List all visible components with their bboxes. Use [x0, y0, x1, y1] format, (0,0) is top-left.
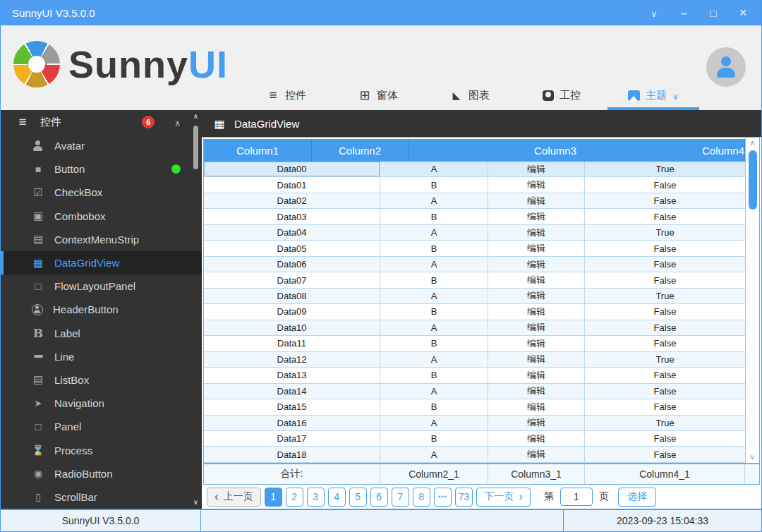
table-row[interactable]: Data12 A 编辑 True [204, 352, 745, 368]
sidebar-item[interactable]: Avatar [1, 134, 202, 157]
table-cell[interactable]: Data14 [204, 384, 380, 399]
table-row[interactable]: Data05 B 编辑 False [204, 241, 745, 256]
table-cell[interactable]: Data16 [204, 416, 380, 430]
nav-tab[interactable]: 图表 [424, 83, 516, 110]
page-button[interactable]: 4 [328, 488, 346, 507]
table-cell[interactable]: Data12 [204, 352, 380, 367]
sidebar-scroll-up-icon[interactable] [193, 111, 198, 121]
page-button[interactable]: ••• [434, 488, 452, 507]
table-cell[interactable]: 编辑 [488, 209, 585, 224]
table-cell[interactable]: False [585, 241, 745, 255]
page-button[interactable]: 3 [307, 488, 325, 507]
table-cell[interactable]: 编辑 [488, 257, 585, 272]
column-header[interactable]: Column2 [312, 139, 409, 162]
sidebar-item[interactable]: Process [1, 438, 202, 461]
column-header[interactable]: Column3 [409, 139, 702, 162]
table-cell[interactable]: 编辑 [488, 431, 585, 446]
table-cell[interactable]: 编辑 [488, 320, 585, 335]
page-button[interactable]: 1 [265, 488, 282, 507]
sidebar-item[interactable]: Line [1, 345, 202, 368]
table-cell[interactable]: 编辑 [488, 368, 585, 382]
table-cell[interactable]: A [380, 193, 488, 208]
table-row[interactable]: Data17 B 编辑 False [204, 431, 745, 447]
table-cell[interactable]: 编辑 [488, 416, 585, 430]
grid-scroll-up-icon[interactable] [750, 138, 755, 149]
table-cell[interactable]: B [380, 304, 488, 319]
table-cell[interactable]: A [380, 447, 488, 461]
table-cell[interactable]: False [585, 257, 745, 272]
table-row[interactable]: Data11 B 编辑 False [204, 336, 745, 351]
table-cell[interactable]: B [380, 241, 488, 255]
table-cell[interactable]: 编辑 [488, 304, 585, 319]
table-row[interactable]: Data14 A 编辑 False [204, 384, 745, 399]
table-cell[interactable]: Data10 [204, 320, 380, 335]
titlebar-chevron-down-icon[interactable] [647, 7, 661, 19]
table-row[interactable]: Data02 A 编辑 False [204, 193, 745, 209]
collapse-chevron-icon[interactable] [174, 116, 181, 128]
close-icon[interactable] [736, 5, 750, 20]
table-cell[interactable]: False [585, 272, 745, 287]
table-cell[interactable]: B [380, 272, 488, 287]
table-cell[interactable]: Data17 [204, 431, 380, 446]
table-cell[interactable]: False [585, 447, 745, 461]
table-cell[interactable]: False [585, 399, 745, 414]
table-cell[interactable]: False [585, 177, 745, 192]
table-cell[interactable]: B [380, 368, 488, 382]
table-cell[interactable]: True [585, 352, 745, 367]
table-cell[interactable]: False [585, 193, 745, 208]
table-cell[interactable]: Data18 [204, 447, 380, 461]
table-row[interactable]: Data15 B 编辑 False [204, 399, 745, 415]
table-cell[interactable]: 编辑 [488, 225, 585, 240]
table-row[interactable]: Data18 A 编辑 False [204, 447, 745, 462]
table-cell[interactable]: Data01 [204, 177, 380, 192]
table-cell[interactable]: 编辑 [488, 336, 585, 351]
table-cell[interactable]: True [585, 162, 745, 176]
page-number-input[interactable] [560, 488, 593, 506]
sidebar-item[interactable]: FlowLayoutPanel [1, 274, 202, 298]
sidebar-item[interactable]: RadioButton [1, 462, 202, 485]
table-cell[interactable]: A [380, 352, 488, 367]
table-row[interactable]: Data03 B 编辑 False [204, 209, 745, 224]
sidebar-item[interactable]: Button [1, 157, 202, 181]
nav-tab[interactable]: 控件 [241, 83, 332, 110]
table-cell[interactable]: B [380, 431, 488, 446]
table-cell[interactable]: B [380, 399, 488, 414]
table-cell[interactable]: B [380, 177, 488, 192]
user-avatar[interactable] [706, 47, 746, 87]
table-cell[interactable]: False [585, 209, 745, 224]
select-page-button[interactable]: 选择 [618, 488, 656, 507]
page-button[interactable]: 6 [370, 488, 388, 507]
sidebar-item[interactable]: ContextMenuStrip [1, 228, 202, 251]
sidebar-item[interactable]: Navigation [1, 392, 202, 415]
table-cell[interactable]: A [380, 320, 488, 335]
table-row[interactable]: Data07 B 编辑 False [204, 272, 745, 288]
table-cell[interactable]: 编辑 [488, 162, 585, 176]
table-cell[interactable]: Data02 [204, 193, 380, 208]
sidebar-item[interactable]: ListBox [1, 368, 202, 392]
sidebar-scroll-down-icon[interactable] [193, 497, 198, 507]
sidebar-scrollbar[interactable] [190, 111, 201, 507]
table-cell[interactable]: 编辑 [488, 177, 585, 192]
sidebar-item[interactable]: Combobox [1, 205, 202, 228]
table-cell[interactable]: Data04 [204, 225, 380, 240]
table-cell[interactable]: 编辑 [488, 193, 585, 208]
table-row[interactable]: Data06 A 编辑 False [204, 257, 745, 272]
nav-tab[interactable]: 窗体 [332, 83, 424, 110]
table-cell[interactable]: False [585, 384, 745, 399]
sidebar-item[interactable]: CheckBox [1, 181, 202, 204]
table-cell[interactable]: False [585, 304, 745, 319]
minimize-icon[interactable] [677, 7, 691, 19]
nav-tab[interactable]: 工控 [516, 83, 607, 110]
sidebar-item[interactable]: HeaderButton [1, 298, 202, 321]
next-page-button[interactable]: 下一页 [476, 488, 531, 507]
table-row[interactable]: Data13 B 编辑 False [204, 368, 745, 383]
table-cell[interactable]: A [380, 257, 488, 272]
table-cell[interactable]: 编辑 [488, 384, 585, 399]
table-cell[interactable]: Data13 [204, 368, 380, 382]
titlebar[interactable]: SunnyUI V3.5.0.0 [1, 0, 761, 25]
table-cell[interactable]: 编辑 [488, 352, 585, 367]
table-cell[interactable]: 编辑 [488, 289, 585, 303]
table-cell[interactable]: 编辑 [488, 447, 585, 461]
page-button[interactable]: 5 [349, 488, 367, 507]
page-button[interactable]: 7 [392, 488, 409, 507]
